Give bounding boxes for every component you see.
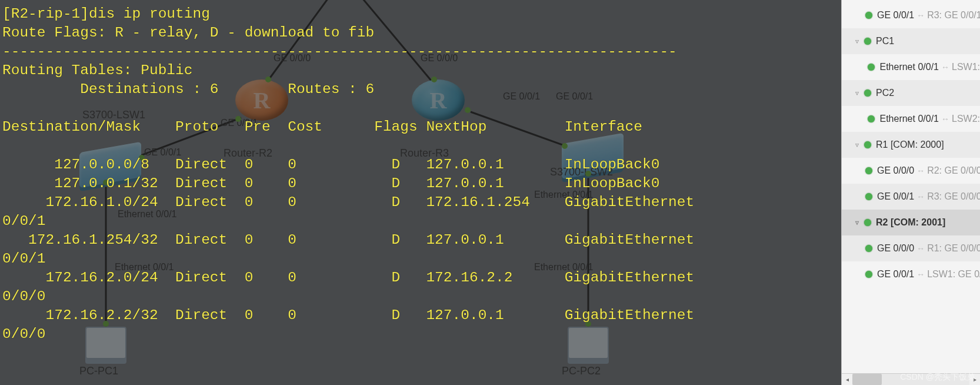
status-dot-icon [868, 115, 875, 122]
tree-item-label: PC1 [876, 36, 894, 47]
tree-item-link-target: LSW1: GE 0/0 [927, 269, 980, 280]
link-arrow-icon: ↔ [916, 244, 925, 253]
tree-item-link-target: R2: GE 0/0/0 [927, 165, 980, 176]
tree-item-label: GE 0/0/0 [877, 165, 914, 176]
watermark: CSDN @秃头下饭菜 [900, 372, 975, 383]
tree-item-label: GE 0/0/1 [877, 269, 914, 280]
tree-row[interactable]: ▿R2 [COM: 2001] [842, 210, 980, 235]
link-arrow-icon: ↔ [941, 62, 949, 72]
status-dot-icon [868, 64, 875, 71]
tree-item-label: PC2 [876, 88, 894, 98]
tree-row[interactable]: ▿PC2 [842, 80, 980, 106]
expand-icon[interactable]: ▿ [852, 141, 862, 149]
status-dot-icon [865, 167, 872, 174]
tree-item-link-target: R1: GE 0/0/0 [927, 243, 980, 254]
tree-row[interactable]: Ethernet 0/0/1↔LSW1: [842, 54, 980, 80]
tree-row[interactable]: Ethernet 0/0/1↔LSW2: [842, 106, 980, 132]
device-tree-panel[interactable]: GE 0/0/1↔R3: GE 0/0/1▿PC1Ethernet 0/0/1↔… [841, 0, 980, 385]
tree-item-label: R1 [COM: 2000] [876, 140, 944, 150]
link-arrow-icon: ↔ [941, 114, 949, 124]
status-dot-icon [864, 141, 871, 148]
expand-icon[interactable]: ▿ [852, 218, 862, 227]
status-dot-icon [865, 193, 872, 200]
tree-item-label: R2 [COM: 2001] [876, 217, 945, 228]
tree-item-label: GE 0/0/1 [877, 191, 914, 202]
tree-row[interactable]: GE 0/0/1↔R3: GE 0/0/1 [842, 2, 980, 28]
status-dot-icon [864, 38, 871, 45]
status-dot-icon [864, 219, 871, 226]
status-dot-icon [865, 245, 872, 252]
tree-item-label: Ethernet 0/0/1 [879, 62, 939, 72]
tree-row[interactable]: GE 0/0/1↔LSW1: GE 0/0 [842, 261, 980, 287]
expand-icon[interactable]: ▿ [852, 37, 862, 45]
expand-icon[interactable]: ▿ [852, 89, 862, 97]
tree-row[interactable]: GE 0/0/0↔R2: GE 0/0/0 [842, 158, 980, 184]
tree-item-label: GE 0/0/0 [877, 243, 914, 254]
tree-row[interactable]: ▿PC1 [842, 28, 980, 54]
tree-item-link-target: LSW1: [952, 62, 980, 72]
status-dot-icon [865, 12, 872, 19]
label-pc1: PC-PC1 [79, 365, 118, 377]
tree-item-label: GE 0/0/1 [877, 10, 914, 21]
tree-row[interactable]: GE 0/0/1↔R3: GE 0/0/0 [842, 184, 980, 210]
tree-row[interactable]: ▿R1 [COM: 2000] [842, 132, 980, 158]
scroll-thumb[interactable] [852, 374, 882, 385]
tree-item-link-target: R3: GE 0/0/1 [927, 10, 980, 21]
label-pc2: PC-PC2 [562, 365, 601, 377]
link-arrow-icon: ↔ [916, 192, 925, 201]
tree-item-label: Ethernet 0/0/1 [879, 114, 939, 124]
device-tree[interactable]: GE 0/0/1↔R3: GE 0/0/1▿PC1Ethernet 0/0/1↔… [842, 0, 980, 287]
tree-item-link-target: LSW2: [952, 114, 980, 124]
tree-row[interactable]: GE 0/0/0↔R1: GE 0/0/0 [842, 235, 980, 261]
status-dot-icon [864, 89, 871, 97]
cli-terminal-output[interactable]: [R2-rip-1]dis ip routing Route Flags: R … [2, 5, 838, 344]
link-arrow-icon: ↔ [916, 11, 925, 20]
tree-item-link-target: R3: GE 0/0/0 [927, 191, 980, 202]
link-arrow-icon: ↔ [916, 270, 925, 279]
status-dot-icon [865, 271, 872, 278]
scroll-left-button[interactable]: ◂ [842, 374, 852, 385]
link-arrow-icon: ↔ [916, 166, 925, 175]
